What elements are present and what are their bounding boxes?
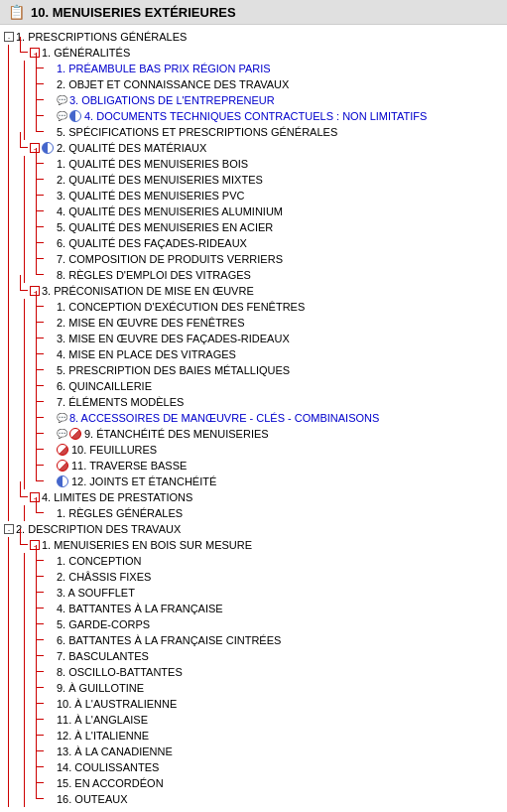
node-label: 5. SPÉCIFICATIONS ET PRESCRIPTIONS GÉNÉR… (57, 126, 337, 138)
node-label: 3. OBLIGATIONS DE L'ENTREPRENEUR (69, 94, 275, 106)
tree-row[interactable]: 4. BATTANTES À LA FRANÇAISE (4, 601, 507, 616)
expand-icon[interactable]: - (4, 32, 14, 42)
tree-row[interactable]: 3. A SOUFFLET (4, 585, 507, 601)
tree-row[interactable]: 6. BATTANTES À LA FRANÇAISE CINTRÉES (4, 632, 507, 648)
node-label: 1. CONCEPTION D'EXÉCUTION DES FENÊTRES (57, 301, 305, 313)
tree-children: 1. RÈGLES GÉNÉRALES (4, 505, 507, 521)
tree-row[interactable]: -2. QUALITÉ DES MATÉRIAUX (4, 140, 507, 156)
tree-row[interactable]: 1. PRÉAMBULE BAS PRIX RÉGION PARIS (4, 61, 507, 76)
tree-row[interactable]: 2. QUALITÉ DES MENUISERIES MIXTES (4, 172, 507, 188)
node-label: 6. QUALITÉ DES FAÇADES-RIDEAUX (57, 237, 247, 249)
tree-row[interactable]: 15. EN ACCORDÉON (4, 775, 507, 791)
tree-row[interactable]: 5. QUALITÉ DES MENUISERIES EN ACIER (4, 219, 507, 235)
tree-node: 9. À GUILLOTINE (4, 680, 507, 696)
tree-children: -1. GÉNÉRALITÉS1. PRÉAMBULE BAS PRIX RÉG… (4, 45, 507, 521)
tree-row[interactable]: -1. GÉNÉRALITÉS (4, 45, 507, 61)
tree-row[interactable]: 6. QUALITÉ DES FAÇADES-RIDEAUX (4, 235, 507, 251)
tree-row[interactable]: 16. OUTEAUX (4, 791, 507, 807)
tree-row[interactable]: 10. À L'AUSTRALIENNE (4, 696, 507, 712)
node-label: 9. À GUILLOTINE (57, 682, 144, 694)
node-label: 16. OUTEAUX (57, 793, 128, 805)
tree-row[interactable]: -2. DESCRIPTION DES TRAVAUX (4, 521, 507, 537)
tree-row[interactable]: 8. OSCILLO-BATTANTES (4, 664, 507, 680)
tree-node: 4. QUALITÉ DES MENUISERIES ALUMINIUM (4, 203, 507, 219)
tree-node: 16. OUTEAUX (4, 791, 507, 807)
node-label: 1. MENUISERIES EN BOIS SUR MESURE (42, 539, 252, 551)
tree-row[interactable]: 5. GARDE-CORPS (4, 616, 507, 632)
node-label: 3. QUALITÉ DES MENUISERIES PVC (57, 190, 245, 202)
tree-row[interactable]: 8. RÈGLES D'EMPLOI DES VITRAGES (4, 267, 507, 283)
tree-row[interactable]: 14. COULISSANTES (4, 759, 507, 775)
tree-row[interactable]: 13. À LA CANADIENNE (4, 744, 507, 759)
tree-node: 💬3. OBLIGATIONS DE L'ENTREPRENEUR (4, 92, 507, 108)
tree-row[interactable]: -1. MENUISERIES EN BOIS SUR MESURE (4, 537, 507, 553)
node-label: 2. QUALITÉ DES MENUISERIES MIXTES (57, 174, 263, 186)
tree-node: 6. BATTANTES À LA FRANÇAISE CINTRÉES (4, 632, 507, 648)
tree-row[interactable]: 3. MISE EN ŒUVRE DES FAÇADES-RIDEAUX (4, 331, 507, 346)
tree-row[interactable]: 10. FEUILLURES (4, 442, 507, 458)
node-label: 8. ACCESSOIRES DE MANŒUVRE - CLÉS - COMB… (69, 412, 379, 424)
tree-row[interactable]: -4. LIMITES DE PRESTATIONS (4, 489, 507, 505)
tree-node: 12. À L'ITALIENNE (4, 728, 507, 744)
tree-row[interactable]: 5. SPÉCIFICATIONS ET PRESCRIPTIONS GÉNÉR… (4, 124, 507, 140)
tree-row[interactable]: -3. PRÉCONISATION DE MISE EN ŒUVRE (4, 283, 507, 299)
tree-node: 4. MISE EN PLACE DES VITRAGES (4, 346, 507, 362)
tree-row[interactable]: 1. CONCEPTION D'EXÉCUTION DES FENÊTRES (4, 299, 507, 315)
node-label: 10. FEUILLURES (71, 444, 157, 456)
node-label: 11. À L'ANGLAISE (57, 714, 148, 726)
node-label: 15. EN ACCORDÉON (57, 777, 164, 789)
node-label: 2. QUALITÉ DES MATÉRIAUX (57, 142, 206, 154)
node-label: 7. ÉLÉMENTS MODÈLES (57, 396, 184, 408)
node-label: 3. PRÉCONISATION DE MISE EN ŒUVRE (42, 285, 254, 297)
tree-row[interactable]: 7. ÉLÉMENTS MODÈLES (4, 394, 507, 410)
tree-node: 1. RÈGLES GÉNÉRALES (4, 505, 507, 521)
node-label: 1. PRESCRIPTIONS GÉNÉRALES (16, 31, 187, 43)
tree-row[interactable]: -1. PRESCRIPTIONS GÉNÉRALES (4, 29, 507, 45)
node-label: 4. LIMITES DE PRESTATIONS (42, 491, 192, 503)
tree-node: 💬8. ACCESSOIRES DE MANŒUVRE - CLÉS - COM… (4, 410, 507, 426)
node-label: 5. PRESCRIPTION DES BAIES MÉTALLIQUES (57, 364, 290, 376)
tree-row[interactable]: 💬4. DOCUMENTS TECHNIQUES CONTRACTUELS : … (4, 108, 507, 124)
tree-node: 11. À L'ANGLAISE (4, 712, 507, 728)
tree-row[interactable]: 3. QUALITÉ DES MENUISERIES PVC (4, 188, 507, 203)
tree-row[interactable]: 11. À L'ANGLAISE (4, 712, 507, 728)
tree-row[interactable]: 1. QUALITÉ DES MENUISERIES BOIS (4, 156, 507, 172)
tree-row[interactable]: 5. PRESCRIPTION DES BAIES MÉTALLIQUES (4, 362, 507, 378)
node-label: 9. ÉTANCHÉITÉ DES MENUISERIES (84, 428, 269, 440)
tree-row[interactable]: 4. MISE EN PLACE DES VITRAGES (4, 346, 507, 362)
tree-row[interactable]: 2. MISE EN ŒUVRE DES FENÊTRES (4, 315, 507, 331)
node-label: 4. MISE EN PLACE DES VITRAGES (57, 348, 236, 360)
tree-row[interactable]: 4. QUALITÉ DES MENUISERIES ALUMINIUM (4, 203, 507, 219)
tree-row[interactable]: 💬8. ACCESSOIRES DE MANŒUVRE - CLÉS - COM… (4, 410, 507, 426)
tree-row[interactable]: 2. CHÂSSIS FIXES (4, 569, 507, 585)
node-label: 3. A SOUFFLET (57, 587, 135, 599)
tree-row[interactable]: 12. À L'ITALIENNE (4, 728, 507, 744)
node-label: 14. COULISSANTES (57, 761, 159, 773)
tree-row[interactable]: 2. OBJET ET CONNAISSANCE DES TRAVAUX (4, 76, 507, 92)
tree-node: 10. FEUILLURES (4, 442, 507, 458)
tree-row[interactable]: 11. TRAVERSE BASSE (4, 458, 507, 474)
tree-node: 1. QUALITÉ DES MENUISERIES BOIS (4, 156, 507, 172)
tree-row[interactable]: 1. CONCEPTION (4, 553, 507, 569)
node-label: 2. OBJET ET CONNAISSANCE DES TRAVAUX (57, 78, 289, 90)
tree-node: 💬4. DOCUMENTS TECHNIQUES CONTRACTUELS : … (4, 108, 507, 124)
tree-row[interactable]: 9. À GUILLOTINE (4, 680, 507, 696)
tree-node: 15. EN ACCORDÉON (4, 775, 507, 791)
tree-row[interactable]: 💬9. ÉTANCHÉITÉ DES MENUISERIES (4, 426, 507, 442)
tree-row[interactable]: 12. JOINTS ET ÉTANCHÉITÉ (4, 474, 507, 489)
tree-row[interactable]: 1. RÈGLES GÉNÉRALES (4, 505, 507, 521)
tree-row[interactable]: 7. BASCULANTES (4, 648, 507, 664)
node-label: 2. CHÂSSIS FIXES (57, 571, 151, 583)
tree-node: 3. A SOUFFLET (4, 585, 507, 601)
tree-node: 8. OSCILLO-BATTANTES (4, 664, 507, 680)
tree-row[interactable]: 💬3. OBLIGATIONS DE L'ENTREPRENEUR (4, 92, 507, 108)
tree-row[interactable]: 6. QUINCAILLERIE (4, 378, 507, 394)
expand-icon[interactable]: - (4, 524, 14, 534)
tree-node: -2. QUALITÉ DES MATÉRIAUX1. QUALITÉ DES … (4, 140, 507, 283)
tree-container: -1. PRESCRIPTIONS GÉNÉRALES-1. GÉNÉRALIT… (0, 25, 507, 811)
tree-node: 7. ÉLÉMENTS MODÈLES (4, 394, 507, 410)
tree-row[interactable]: 7. COMPOSITION DE PRODUITS VERRIERS (4, 251, 507, 267)
node-label: 1. RÈGLES GÉNÉRALES (57, 507, 183, 519)
tree-node: 11. TRAVERSE BASSE (4, 458, 507, 474)
tree-node: 13. À LA CANADIENNE (4, 744, 507, 759)
